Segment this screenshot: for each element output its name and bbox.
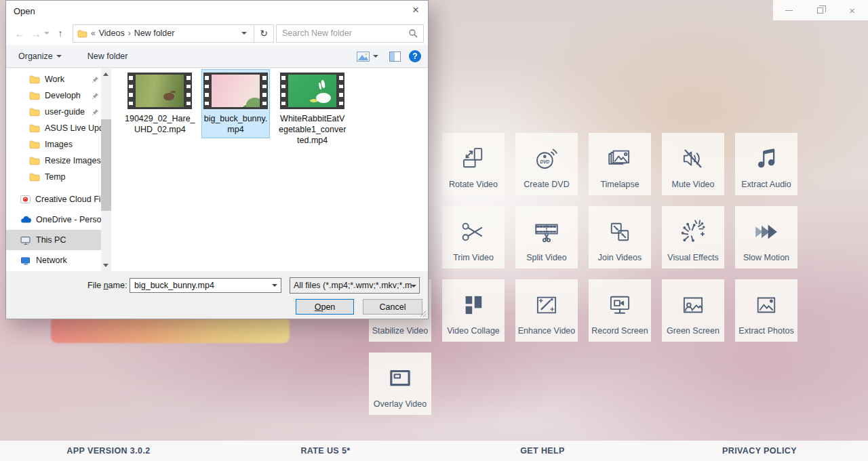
cancel-button[interactable]: Cancel xyxy=(363,299,422,315)
file-type-dropdown-icon xyxy=(411,285,416,287)
tile-timelapse[interactable]: Timelapse xyxy=(589,133,651,195)
scroll-down-icon[interactable] xyxy=(103,264,108,267)
view-mode-button[interactable] xyxy=(357,52,381,62)
sidebar-item-work[interactable]: Work xyxy=(6,71,101,87)
recent-locations-icon[interactable] xyxy=(44,32,50,35)
app-footer-bar: APP VERSION 3.0.2 RATE US 5* GET HELP PR… xyxy=(0,441,868,461)
sidebar-item-asus-live-update[interactable]: ASUS Live Updat xyxy=(6,120,101,136)
tile-visual-effects[interactable]: Visual Effects xyxy=(662,206,724,268)
tile-label: Mute Video xyxy=(671,180,714,195)
tile-label: Enhance Video xyxy=(518,326,576,342)
tile-create-dvd[interactable]: DVD Create DVD xyxy=(515,133,578,195)
search-input[interactable] xyxy=(282,28,404,38)
organize-button[interactable]: Organize xyxy=(18,52,64,61)
address-dropdown-icon[interactable] xyxy=(241,32,247,35)
open-dialog: Open × ← → ↑ « Videos › New folder ↻ Org… xyxy=(5,0,429,319)
slow-motion-icon xyxy=(752,206,781,253)
app-titlebar: × xyxy=(773,0,868,20)
record-screen-icon xyxy=(606,279,634,326)
scroll-up-icon[interactable] xyxy=(103,73,108,76)
privacy-policy-link[interactable]: PRIVACY POLICY xyxy=(651,446,868,456)
sidebar-item-creative-cloud[interactable]: Creative Cloud File xyxy=(6,189,101,209)
dialog-body: Work Developh user-guide ASUS Live Updat… xyxy=(6,68,428,271)
file-name-dropdown-icon[interactable] xyxy=(272,284,277,287)
dialog-close-button[interactable]: × xyxy=(406,2,425,18)
search-box xyxy=(276,24,424,43)
breadcrumb-videos[interactable]: Videos xyxy=(99,28,125,38)
breadcrumb-overflow[interactable]: « xyxy=(91,28,96,38)
address-bar[interactable]: « Videos › New folder xyxy=(73,24,254,43)
tile-label: Video Collage xyxy=(447,326,500,342)
rate-us-link[interactable]: RATE US 5* xyxy=(217,446,434,456)
sidebar-item-images[interactable]: Images xyxy=(6,136,101,153)
tile-mute-video[interactable]: Mute Video xyxy=(662,133,724,195)
new-folder-button[interactable]: New folder xyxy=(87,52,128,61)
file-name-line: UHD_02.mp4 xyxy=(125,124,195,135)
back-icon[interactable]: ← xyxy=(12,28,28,39)
organize-caret-icon xyxy=(56,55,62,58)
file-name-input[interactable] xyxy=(130,278,281,293)
tile-label: Visual Effects xyxy=(667,253,718,268)
sidebar-item-this-pc[interactable]: This PC xyxy=(6,230,101,250)
sidebar-item-developh[interactable]: Developh xyxy=(6,87,101,104)
folder-icon xyxy=(29,107,40,117)
tile-extract-photos[interactable]: Extract Photos xyxy=(735,279,797,342)
video-thumbnail xyxy=(280,73,344,109)
file-item-big-buck-bunny[interactable]: big_buck_bunny. mp4 xyxy=(202,70,269,138)
tile-label: Timelapse xyxy=(600,180,639,195)
folder-icon xyxy=(29,91,40,100)
tile-rotate-video[interactable]: Rotate Video xyxy=(442,133,505,195)
join-videos-icon xyxy=(606,206,634,253)
forward-icon[interactable]: → xyxy=(28,28,44,39)
network-icon xyxy=(20,256,31,265)
search-icon xyxy=(408,28,418,38)
close-button[interactable]: × xyxy=(842,2,863,18)
breadcrumb-new-folder[interactable]: New folder xyxy=(134,28,175,38)
file-name-line: egetable1_conver xyxy=(279,124,346,135)
tile-record-screen[interactable]: Record Screen xyxy=(589,279,651,342)
up-icon[interactable]: ↑ xyxy=(52,28,68,39)
trim-video-icon xyxy=(459,206,488,253)
sidebar-item-label: ASUS Live Updat xyxy=(45,123,101,133)
file-type-value: All files (*.mp4;*.wmv;*.mkv;*.m xyxy=(294,281,412,290)
restore-button[interactable] xyxy=(810,2,831,18)
tile-slow-motion[interactable]: Slow Motion xyxy=(735,206,797,268)
tile-extract-audio[interactable]: Extract Audio xyxy=(735,133,797,195)
tile-split-video[interactable]: Split Video xyxy=(515,206,578,268)
refresh-icon[interactable]: ↻ xyxy=(254,24,274,43)
file-item-white-rabbit[interactable]: WhiteRabbitEatV egetable1_conver ted.mp4 xyxy=(277,70,347,148)
sidebar-item-label: OneDrive - Person xyxy=(36,215,101,224)
tile-video-collage[interactable]: Video Collage xyxy=(442,279,505,342)
get-help-link[interactable]: GET HELP xyxy=(434,446,651,456)
scrollbar-thumb[interactable] xyxy=(101,119,111,211)
tile-join-videos[interactable]: Join Videos xyxy=(589,206,651,268)
resize-grip[interactable] xyxy=(420,310,427,317)
file-type-select[interactable]: All files (*.mp4;*.wmv;*.mkv;*.m xyxy=(290,277,420,294)
video-collage-icon xyxy=(459,279,488,326)
sidebar-item-label: Creative Cloud File xyxy=(35,195,101,204)
mute-video-icon xyxy=(679,133,707,180)
open-button[interactable]: Open xyxy=(296,299,354,315)
preview-pane-button[interactable] xyxy=(389,52,401,62)
app-version-link[interactable]: APP VERSION 3.0.2 xyxy=(0,446,217,456)
file-item-hare[interactable]: 190429_02_Hare_ UHD_02.mp4 xyxy=(123,70,197,138)
sidebar-scrollbar[interactable] xyxy=(101,68,111,271)
sidebar-item-onedrive[interactable]: OneDrive - Person xyxy=(6,209,101,230)
sidebar-item-label: This PC xyxy=(36,235,66,245)
tile-overlay-video[interactable]: Overlay Video xyxy=(369,353,431,415)
minimize-button[interactable] xyxy=(778,2,799,18)
breadcrumb-separator: › xyxy=(128,28,131,38)
sidebar-item-network[interactable]: Network xyxy=(6,250,101,270)
tile-green-screen[interactable]: Green Screen xyxy=(662,279,724,342)
split-video-icon xyxy=(532,206,561,253)
tile-enhance-video[interactable]: Enhance Video xyxy=(515,279,578,342)
sidebar-item-resize-images[interactable]: Resize Images xyxy=(6,153,101,169)
create-dvd-icon: DVD xyxy=(532,133,561,180)
visual-effects-icon xyxy=(679,206,707,253)
tile-trim-video[interactable]: Trim Video xyxy=(442,206,505,268)
sidebar-item-user-guide[interactable]: user-guide xyxy=(6,104,101,120)
help-button[interactable]: ? xyxy=(409,50,421,62)
dialog-navbar: ← → ↑ « Videos › New folder ↻ xyxy=(6,21,428,45)
sidebar-item-temp[interactable]: Temp xyxy=(6,169,101,185)
folder-icon xyxy=(29,75,40,84)
